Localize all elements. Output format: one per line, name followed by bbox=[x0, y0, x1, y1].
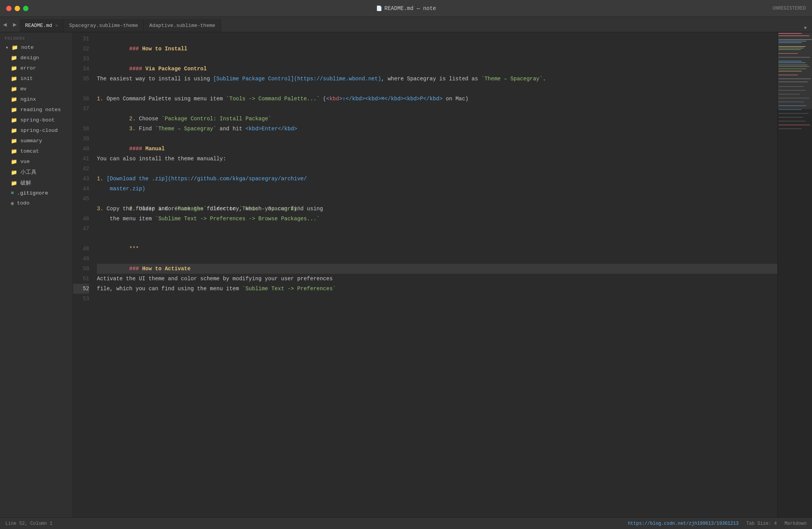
line-num: 36 bbox=[73, 94, 89, 104]
unregistered-label: UNREGISTERED bbox=[773, 6, 806, 11]
tab-readme[interactable]: README.md ✕ bbox=[20, 19, 63, 32]
line-num: 46 bbox=[73, 214, 89, 224]
code-line-37: 1. Open Command Palette using menu item … bbox=[97, 94, 777, 104]
folder-icon: 📁 bbox=[11, 117, 17, 123]
list-number: 2. bbox=[129, 116, 136, 122]
line-num: 38 bbox=[73, 124, 89, 134]
kbd-open: < bbox=[326, 96, 329, 102]
sidebar-item-mv[interactable]: 📁 mv bbox=[0, 84, 73, 94]
folder-icon: 📁 bbox=[11, 138, 17, 144]
sidebar-label: spring-boot bbox=[20, 117, 55, 123]
line-num: 33 bbox=[73, 54, 89, 64]
heading-marker: ### bbox=[129, 266, 142, 272]
list-number: 3. bbox=[129, 126, 136, 132]
sidebar-item-gitignore[interactable]: ≡ .gitignore bbox=[0, 188, 73, 198]
maximize-button[interactable] bbox=[23, 6, 28, 11]
heading-text: How to Activate bbox=[142, 266, 191, 272]
link-close: ) bbox=[378, 76, 381, 82]
svg-rect-29 bbox=[779, 125, 810, 125]
line-num: 44 bbox=[73, 184, 89, 194]
line-num bbox=[73, 84, 89, 94]
svg-rect-26 bbox=[779, 113, 809, 114]
line-numbers: 31 32 33 34 35 36 37 38 39 40 41 42 43 4… bbox=[73, 32, 93, 517]
kbd-tag: kbd bbox=[329, 96, 339, 102]
sidebar-label: design bbox=[20, 55, 39, 61]
sidebar: FOLDERS ▾ 📁 note 📁 design 📁 error 📁 init… bbox=[0, 32, 73, 517]
list-number: 3. bbox=[97, 206, 103, 212]
folder-icon: 📁 bbox=[11, 180, 17, 186]
minimap-viewport[interactable] bbox=[778, 32, 812, 109]
sidebar-item-reading-notes[interactable]: 📁 reading notes bbox=[0, 105, 73, 115]
heading-marker: #### bbox=[129, 146, 145, 152]
line-num bbox=[73, 234, 89, 244]
code-line-51: ### How to Activate bbox=[97, 254, 777, 264]
sidebar-item-todo[interactable]: ◉ todo bbox=[0, 198, 73, 208]
kbd-close: > bbox=[339, 96, 342, 102]
sidebar-item-crack[interactable]: 📁 破解 bbox=[0, 178, 73, 188]
folder-icon: 📁 bbox=[11, 127, 17, 134]
code-line-42 bbox=[97, 144, 777, 154]
code-editor[interactable]: ### How to Install #### Via Package Cont… bbox=[93, 32, 777, 517]
sidebar-label: nginx bbox=[20, 96, 36, 102]
line-num bbox=[73, 114, 89, 124]
sidebar-item-nginx[interactable]: 📁 nginx bbox=[0, 94, 73, 105]
code-line-53: Activate the UI theme and color scheme b… bbox=[97, 274, 777, 294]
svg-rect-25 bbox=[779, 109, 802, 110]
sidebar-label: tomcat bbox=[20, 148, 39, 154]
code-line-47: 3. Copy the folder into `Packages` direc… bbox=[97, 204, 777, 224]
window-title: 📄 README.md — note bbox=[376, 5, 436, 12]
line-num: 39 bbox=[73, 134, 89, 144]
status-position: Line 52, Column 1 bbox=[5, 521, 52, 526]
code-line-45: 1. [Download the .zip](https://github.co… bbox=[97, 174, 777, 194]
line-num: 45 bbox=[73, 194, 89, 204]
sidebar-item-tomcat[interactable]: 📁 tomcat bbox=[0, 146, 73, 156]
line-num: 48 bbox=[73, 244, 89, 254]
sidebar-item-error[interactable]: 📁 error bbox=[0, 63, 73, 73]
link-text: [Sublime Package Control]( bbox=[213, 76, 297, 82]
code-line-44 bbox=[97, 164, 777, 174]
tab-spacegray-theme[interactable]: Spacegray.sublime-theme bbox=[64, 19, 144, 32]
sidebar-item-summary[interactable]: 📁 summary bbox=[0, 136, 73, 146]
line-num: 47 bbox=[73, 224, 89, 234]
sidebar-item-vue[interactable]: 📁 vue bbox=[0, 156, 73, 167]
titlebar: 📄 README.md — note UNREGISTERED bbox=[0, 0, 812, 17]
sidebar-label: summary bbox=[20, 138, 42, 144]
line-num-active: 52 bbox=[73, 284, 89, 294]
code-line-36 bbox=[97, 84, 777, 94]
sidebar-label: error bbox=[20, 65, 36, 71]
sidebar-label: spring-cloud bbox=[20, 128, 58, 133]
tab-next[interactable]: ▶ bbox=[10, 17, 20, 32]
code-line-38: 2. Choose `Package Control: Install Pack… bbox=[97, 104, 777, 114]
close-button[interactable] bbox=[6, 6, 12, 11]
sidebar-item-design[interactable]: 📁 design bbox=[0, 53, 73, 63]
tab-prev[interactable]: ◀ bbox=[0, 17, 10, 32]
code-line-32 bbox=[97, 44, 777, 54]
line-num: 31 bbox=[73, 34, 89, 44]
file-icon: 📄 bbox=[376, 5, 382, 12]
sidebar-label: mv bbox=[20, 86, 27, 92]
code-line-43: You can also install the theme manually: bbox=[97, 154, 777, 164]
editor-content[interactable]: 31 32 33 34 35 36 37 38 39 40 41 42 43 4… bbox=[73, 32, 812, 517]
code-line-50 bbox=[97, 244, 777, 254]
tab-adaptive-theme[interactable]: Adaptive.sublime-theme bbox=[144, 19, 221, 32]
line-num: 42 bbox=[73, 164, 89, 174]
minimize-button[interactable] bbox=[15, 6, 20, 11]
svg-rect-27 bbox=[779, 117, 803, 118]
sidebar-item-tools[interactable]: 📁 小工具 bbox=[0, 167, 73, 178]
tab-close-icon[interactable]: ✕ bbox=[55, 23, 58, 28]
folder-open-icon: ▾ 📁 bbox=[5, 44, 18, 51]
sidebar-item-init[interactable]: 📁 init bbox=[0, 73, 73, 84]
inline-code: `Sublime Text -> Preferences` bbox=[242, 286, 336, 292]
tab-dropdown[interactable]: ▾ bbox=[803, 23, 812, 32]
sidebar-item-spring-boot[interactable]: 📁 spring-boot bbox=[0, 115, 73, 125]
file-dot-icon: ◉ bbox=[11, 200, 14, 206]
sidebar-label: note bbox=[21, 45, 33, 50]
tab-label: Adaptive.sublime-theme bbox=[149, 23, 215, 28]
sidebar-item-spring-cloud[interactable]: 📁 spring-cloud bbox=[0, 125, 73, 136]
status-tab-size: Tab Size: 4 bbox=[746, 521, 777, 526]
sidebar-item-note[interactable]: ▾ 📁 note bbox=[0, 42, 73, 53]
sidebar-label: reading notes bbox=[20, 107, 61, 113]
kbd-shift: ⇧</kbd> bbox=[343, 96, 365, 102]
main-area: FOLDERS ▾ 📁 note 📁 design 📁 error 📁 init… bbox=[0, 32, 812, 517]
status-url: https://blog.csdn.net/zjh199613/19361213 bbox=[628, 521, 739, 526]
